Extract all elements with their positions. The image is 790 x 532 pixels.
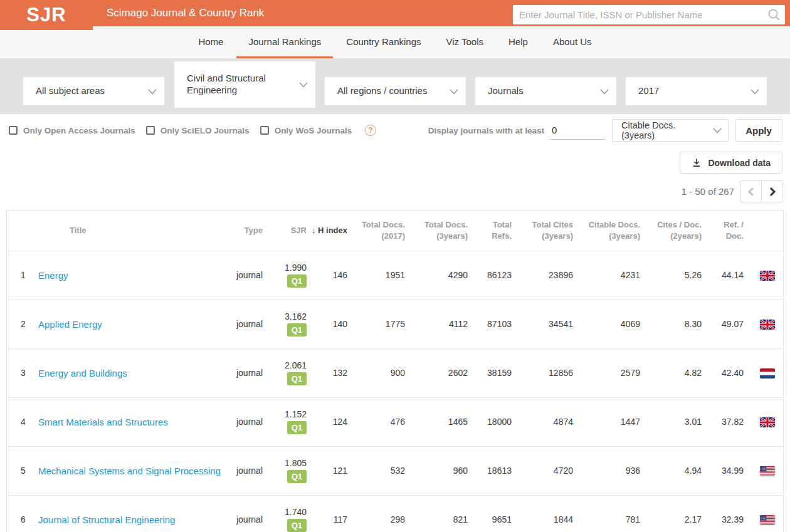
nav-item-about-us[interactable]: About Us xyxy=(541,26,604,58)
filter-dropdown-2017[interactable]: 2017 xyxy=(626,77,767,105)
quartile-badge[interactable]: Q1 xyxy=(287,519,307,532)
journal-title-link[interactable]: Energy xyxy=(38,270,68,281)
country-cell xyxy=(747,251,784,300)
quartile-badge[interactable]: Q1 xyxy=(287,323,307,336)
cites-per-doc-cell: 5.26 xyxy=(643,251,705,300)
checkbox-label: Only Open Access Journals xyxy=(23,126,135,135)
checkbox-option-only-open-access-journals[interactable]: Only Open Access Journals xyxy=(9,126,135,135)
total-docs-2017-cell: 298 xyxy=(350,495,408,532)
threshold-controls: Display journals with at least Citable D… xyxy=(428,119,782,142)
nav-item-country-rankings[interactable]: Country Rankings xyxy=(334,26,433,58)
journal-title-link[interactable]: Mechanical Systems and Signal Processing xyxy=(38,466,221,476)
main-nav: HomeJournal RankingsCountry RankingsViz … xyxy=(0,26,790,58)
column-header-total-refs[interactable]: Total Refs. xyxy=(471,211,515,251)
journal-title-link[interactable]: Journal of Structural Engineering xyxy=(38,514,175,525)
citable-docs-3years-cell: 4069 xyxy=(576,300,643,348)
rank-column-header xyxy=(7,211,38,251)
h-index-cell: 124 xyxy=(310,397,350,446)
column-header-sjr[interactable]: SJR xyxy=(266,211,310,251)
filter-dropdown-all-regions-countries[interactable]: All regions / countries xyxy=(325,77,466,105)
nav-item-viz-tools[interactable]: Viz Tools xyxy=(434,26,495,58)
app-title: Scimago Journal & Country Rank xyxy=(107,0,264,26)
total-cites-3years-cell: 23896 xyxy=(515,251,576,300)
rank-cell: 3 xyxy=(7,348,38,397)
cites-per-doc-cell: 2.17 xyxy=(643,495,705,532)
h-index-cell: 117 xyxy=(310,495,350,532)
h-index-cell: 140 xyxy=(310,300,350,348)
column-header-total-cites-3years[interactable]: Total Cites (3years) xyxy=(515,211,576,251)
checkbox[interactable] xyxy=(9,126,18,135)
rank-cell: 1 xyxy=(7,251,38,300)
column-header-h-index[interactable]: ↓ H index xyxy=(310,211,350,251)
column-header-type[interactable]: Type xyxy=(228,211,266,251)
country-column-header xyxy=(747,211,784,251)
download-data-label: Download data xyxy=(708,158,771,168)
checkbox-label: Only SciELO Journals xyxy=(161,126,250,135)
sjr-cell: 1.740Q1 xyxy=(266,495,310,532)
apply-button[interactable]: Apply xyxy=(735,119,782,142)
table-row: 1Energyjournal1.990Q11461951429086123238… xyxy=(7,251,784,300)
sjr-cell: 1.152Q1 xyxy=(266,397,310,446)
cites-per-doc-cell: 8.30 xyxy=(643,300,705,348)
citable-docs-3years-cell: 781 xyxy=(576,495,643,532)
search-icon[interactable] xyxy=(764,5,785,24)
refs-per-doc-cell: 37.82 xyxy=(705,397,747,446)
nav-item-home[interactable]: Home xyxy=(186,26,235,58)
type-cell: journal xyxy=(228,397,266,446)
country-flag-icon-gb xyxy=(760,320,775,330)
help-icon[interactable]: ? xyxy=(365,125,376,136)
previous-page-button[interactable] xyxy=(740,181,762,202)
journal-title-link[interactable]: Smart Materials and Structures xyxy=(38,417,168,427)
column-header-total-docs-2017[interactable]: Total Docs. (2017) xyxy=(350,211,408,251)
type-cell: journal xyxy=(228,251,266,300)
pagination: 1 - 50 of 267 xyxy=(682,180,783,202)
total-docs-3years-cell: 821 xyxy=(408,495,471,532)
checkbox-option-only-scielo-journals[interactable]: Only SciELO Journals xyxy=(146,126,250,135)
title-cell: Mechanical Systems and Signal Processing xyxy=(38,446,228,495)
checkbox[interactable] xyxy=(260,126,269,135)
filter-dropdown-all-subject-areas[interactable]: All subject areas xyxy=(23,77,164,105)
nav-item-journal-rankings[interactable]: Journal Rankings xyxy=(236,26,333,58)
journal-title-link[interactable]: Applied Energy xyxy=(38,319,102,330)
journal-title-link[interactable]: Energy and Buildings xyxy=(38,368,127,378)
quartile-badge[interactable]: Q1 xyxy=(287,470,307,483)
checkbox-option-only-wos-journals[interactable]: Only WoS Journals xyxy=(260,126,352,135)
country-cell xyxy=(747,446,784,495)
sjr-value: 1.805 xyxy=(285,458,307,468)
column-header-ref-doc[interactable]: Ref. / Doc. xyxy=(705,211,747,251)
total-docs-3years-cell: 4112 xyxy=(408,300,471,348)
download-data-button[interactable]: Download data xyxy=(680,152,782,174)
column-header-citable-docs-3years[interactable]: Citable Docs. (3years) xyxy=(576,211,643,251)
threshold-input[interactable] xyxy=(549,121,606,140)
country-cell xyxy=(747,397,784,446)
column-header-cites-doc-2years[interactable]: Cites / Doc. (2years) xyxy=(643,211,705,251)
type-cell: journal xyxy=(228,300,266,348)
column-header-title[interactable]: Title xyxy=(38,211,228,251)
rank-cell: 6 xyxy=(7,495,38,532)
search-input[interactable] xyxy=(513,9,764,20)
sjr-logo[interactable]: SJR xyxy=(0,0,93,30)
table-row: 5Mechanical Systems and Signal Processin… xyxy=(7,446,784,495)
sjr-value: 1.152 xyxy=(285,409,307,419)
filter-dropdown-civil-and-structural-engineering[interactable]: Civil and Structural Engineering xyxy=(174,61,315,108)
country-flag-icon-gb xyxy=(760,271,775,281)
total-cites-3years-cell: 4720 xyxy=(515,446,576,495)
checkbox[interactable] xyxy=(146,126,155,135)
refs-per-doc-cell: 32.39 xyxy=(705,495,747,532)
filter-dropdown-journals[interactable]: Journals xyxy=(475,77,616,105)
country-cell xyxy=(747,495,784,532)
cites-per-doc-cell: 4.82 xyxy=(643,348,705,397)
next-page-button[interactable] xyxy=(762,181,782,202)
filter-dropdown-value: All regions / countries xyxy=(337,85,446,97)
quartile-badge[interactable]: Q1 xyxy=(287,372,307,385)
total-docs-2017-cell: 1951 xyxy=(350,251,408,300)
country-flag-icon-nl xyxy=(760,368,775,378)
quartile-badge[interactable]: Q1 xyxy=(287,421,307,434)
total-refs-cell: 9651 xyxy=(471,495,515,532)
cites-per-doc-cell: 4.94 xyxy=(643,446,705,495)
rank-cell: 4 xyxy=(7,397,38,446)
nav-item-help[interactable]: Help xyxy=(497,26,540,58)
quartile-badge[interactable]: Q1 xyxy=(287,274,307,288)
metric-dropdown[interactable]: Citable Docs. (3years) xyxy=(612,119,729,142)
column-header-total-docs-3years[interactable]: Total Docs. (3years) xyxy=(408,211,471,251)
